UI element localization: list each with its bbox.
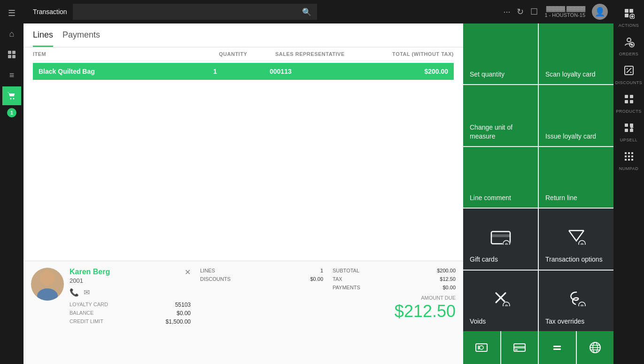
row-total: $200.00 [354,68,448,75]
tax-overrides-icon-area: ⊕ [566,289,587,308]
sidebar-list-icon[interactable]: ≡ [2,66,21,85]
discounts-icon [623,65,635,78]
svg-rect-37 [625,9,628,13]
change-unit-button[interactable]: Change unit of measure [463,85,538,146]
credit-limit-row: CREDIT LIMIT $1,500.00 [70,318,191,325]
summary-left: LINES 1 DISCOUNTS $0.00 [200,268,323,357]
summary-right: SUBTOTAL $200.00 TAX $12.50 PAYMENTS $0.… [333,268,456,357]
tab-lines[interactable]: Lines [33,30,53,47]
svg-rect-24 [476,344,487,351]
lines-row: LINES 1 [200,268,323,273]
svg-rect-65 [631,155,633,157]
sidebar-item-upsell[interactable]: UPSELL [615,118,643,146]
return-line-button[interactable]: Return line [539,147,613,208]
svg-point-26 [480,346,483,349]
svg-rect-57 [625,129,628,132]
actions-icon [623,8,635,21]
line-comment-button[interactable]: Line comment [463,147,538,208]
svg-text:⊕: ⊕ [580,303,584,306]
svg-point-7 [37,288,58,301]
globe-button[interactable] [577,331,614,364]
app-title: Transaction [33,8,67,15]
tab-payments[interactable]: Payments [62,30,100,47]
row-quantity: 1 [213,68,270,75]
svg-rect-31 [553,349,561,350]
search-icon: 🔍 [302,8,311,16]
search-input[interactable] [78,8,302,15]
svg-rect-62 [631,152,633,154]
svg-rect-2 [8,55,11,58]
order-summary: LINES 1 DISCOUNTS $0.00 SUBTOTAL $200.00 [200,268,456,357]
customer-avatar [31,268,64,301]
numpad-label: NUMPAD [619,166,638,171]
cash-button[interactable] [463,331,500,364]
equals-button[interactable] [539,331,576,364]
top-bar-actions: ··· ↻ ☐ ▓▓▓▓▓ ▓▓▓▓▓ 1 - HOUSTON-15 👤 [503,4,608,20]
svg-rect-54 [630,100,633,103]
voids-button[interactable]: ⊕ Voids [463,271,538,331]
voids-label: Voids [470,317,486,325]
main-content: Transaction 🔍 ··· ↻ ☐ ▓▓▓▓▓ ▓▓▓▓▓ 1 - HO… [23,0,613,364]
store-info: 1 - HOUSTON-15 [544,12,585,18]
actions-label: ACTIONS [619,23,639,28]
svg-rect-61 [628,152,630,154]
issue-loyalty-button[interactable]: Issue loyalty card [539,85,613,146]
svg-rect-64 [628,155,630,157]
transaction-panel: Lines Payments ITEM QUANTITY SALES REPRE… [23,23,463,364]
phone-icon[interactable]: 📞 [70,288,79,297]
sidebar-item-numpad[interactable]: NUMPAD [615,147,643,175]
svg-rect-42 [625,14,628,17]
scan-loyalty-button[interactable]: Scan loyalty card [539,23,613,84]
col-item: ITEM [33,51,219,57]
close-customer-button[interactable]: ✕ [185,268,191,277]
svg-rect-9 [491,234,510,237]
svg-text:⊕: ⊕ [504,303,508,306]
customer-contacts: 📞 ✉ [70,288,191,297]
tax-overrides-button[interactable]: ⊕ Tax overrides [539,271,613,331]
tax-row: TAX $12.50 [333,276,456,282]
svg-rect-58 [630,129,633,132]
customer-panel: ✕ Karen Berg 2001 📞 ✉ LOYALTY CARD 55103 [23,261,463,364]
sidebar-item-actions[interactable]: ACTIONS [615,4,643,31]
customer-info: ✕ Karen Berg 2001 📞 ✉ LOYALTY CARD 55103 [31,268,191,357]
transaction-options-label: Transaction options [545,255,603,263]
sidebar-cart-icon[interactable] [2,86,21,105]
search-box[interactable]: 🔍 [73,4,317,20]
refresh-icon[interactable]: ↻ [517,7,524,17]
svg-rect-0 [8,51,11,54]
sidebar-menu-icon[interactable]: ☰ [2,4,21,23]
gift-cards-button[interactable]: ⊕ Gift cards [463,209,538,269]
card-button[interactable] [501,331,538,364]
transaction-table: ITEM QUANTITY SALES REPRESENTATIVE TOTAL… [23,47,463,261]
transaction-options-icon-area: ⊕ [566,228,587,247]
svg-rect-29 [515,349,518,350]
sidebar-item-orders[interactable]: ORDERS [615,32,643,60]
table-row[interactable]: Black Quilted Bag 1 000113 $200.00 [33,63,454,80]
more-options-icon[interactable]: ··· [503,7,510,17]
row-rep: 000113 [270,68,354,75]
action-grid: Set quantity Scan loyalty card Change un… [463,23,613,331]
sidebar-item-discounts[interactable]: DISCOUNTS [615,61,643,89]
display-icon[interactable]: ☐ [530,7,538,17]
user-avatar[interactable]: 👤 [592,4,608,20]
svg-point-50 [630,72,631,73]
set-quantity-button[interactable]: Set quantity [463,23,538,84]
svg-rect-51 [625,95,628,98]
payments-row: PAYMENTS $0.00 [333,285,456,290]
svg-rect-53 [625,100,628,103]
sidebar-products-icon[interactable] [2,45,21,64]
email-icon[interactable]: ✉ [84,288,90,297]
transaction-options-button[interactable]: ⊕ Transaction options [539,209,613,269]
customer-meta: LOYALTY CARD 55103 BALANCE $0.00 CREDIT … [70,302,191,325]
issue-loyalty-label: Issue loyalty card [545,132,596,140]
sidebar-item-products[interactable]: PRODUCTS [615,90,643,117]
svg-text:⊕: ⊕ [580,242,584,245]
sidebar-home-icon[interactable]: ⌂ [2,24,21,43]
subtotal-row: SUBTOTAL $200.00 [333,268,456,273]
gift-cards-icon-area: ⊕ [490,228,511,247]
amount-due-label: AMOUNT DUE [333,295,456,301]
products-label: PRODUCTS [616,109,642,114]
upsell-icon [623,122,635,136]
top-bar: Transaction 🔍 ··· ↻ ☐ ▓▓▓▓▓ ▓▓▓▓▓ 1 - HO… [23,0,613,23]
customer-name: Karen Berg [70,268,191,276]
